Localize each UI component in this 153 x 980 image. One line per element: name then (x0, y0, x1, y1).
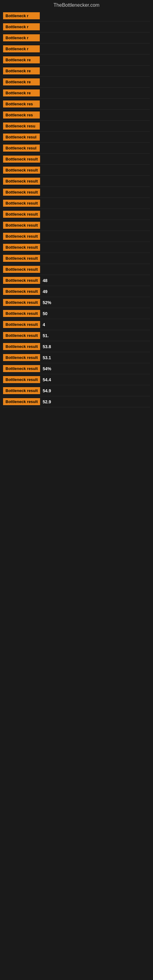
table-row: Bottleneck result (3, 220, 150, 231)
bottleneck-label: Bottleneck result (3, 211, 40, 218)
table-row: Bottleneck resu (3, 121, 150, 132)
table-row: Bottleneck result52.9 (3, 396, 150, 407)
bottleneck-label: Bottleneck re (3, 89, 40, 97)
bottleneck-value: 51. (43, 333, 48, 338)
bottleneck-label: Bottleneck result (3, 189, 40, 196)
table-row: Bottleneck result53.1 (3, 352, 150, 363)
table-row: Bottleneck result (3, 165, 150, 176)
table-row: Bottleneck result54% (3, 363, 150, 374)
table-row: Bottleneck re (3, 88, 150, 99)
bottleneck-value: 54.9 (43, 388, 51, 393)
bottleneck-label: Bottleneck res (3, 100, 40, 108)
table-row: Bottleneck result (3, 176, 150, 187)
bottleneck-label: Bottleneck result (3, 387, 40, 394)
table-row: Bottleneck result (3, 187, 150, 198)
bottleneck-label: Bottleneck resul (3, 145, 40, 151)
bottleneck-label: Bottleneck result (3, 343, 40, 350)
bottleneck-value: 53.1 (43, 355, 51, 360)
bottleneck-label: Bottleneck r (3, 23, 40, 30)
bottleneck-label: Bottleneck resul (3, 134, 40, 140)
table-row: Bottleneck result (3, 253, 150, 264)
bottleneck-label: Bottleneck result (3, 398, 40, 405)
bottleneck-value: 48 (43, 278, 48, 283)
bottleneck-label: Bottleneck result (3, 178, 40, 185)
table-row: Bottleneck res (3, 99, 150, 110)
bottleneck-label: Bottleneck result (3, 288, 40, 295)
bottleneck-label: Bottleneck result (3, 365, 40, 372)
bottleneck-label: Bottleneck re (3, 67, 40, 75)
table-row: Bottleneck result53.8 (3, 341, 150, 352)
table-row: Bottleneck result (3, 264, 150, 275)
table-row: Bottleneck result (3, 242, 150, 253)
bottleneck-label: Bottleneck re (3, 56, 40, 64)
table-row: Bottleneck result48 (3, 275, 150, 286)
bottleneck-label: Bottleneck result (3, 277, 40, 284)
bottleneck-value: 52% (43, 300, 51, 305)
table-row: Bottleneck re (3, 54, 150, 65)
bottleneck-label: Bottleneck r (3, 12, 40, 19)
table-row: Bottleneck result54.9 (3, 385, 150, 396)
bottleneck-value: 4 (43, 322, 45, 327)
table-row: Bottleneck result50 (3, 308, 150, 319)
bottleneck-label: Bottleneck re (3, 78, 40, 86)
bottleneck-value: 53.8 (43, 344, 51, 349)
bottleneck-label: Bottleneck result (3, 156, 40, 162)
table-row: Bottleneck result51. (3, 330, 150, 341)
bottleneck-label: Bottleneck result (3, 222, 40, 229)
table-row: Bottleneck result (3, 154, 150, 165)
bottleneck-label: Bottleneck r (3, 34, 40, 41)
table-row: Bottleneck r (3, 43, 150, 54)
table-row: Bottleneck result (3, 209, 150, 220)
table-row: Bottleneck r (3, 21, 150, 32)
bottleneck-label: Bottleneck result (3, 299, 40, 306)
bottleneck-value: 54% (43, 366, 51, 371)
table-row: Bottleneck resul (3, 132, 150, 143)
table-row: Bottleneck result4 (3, 319, 150, 330)
bottleneck-label: Bottleneck result (3, 266, 40, 273)
bottleneck-label: Bottleneck result (3, 200, 40, 207)
table-row: Bottleneck r (3, 10, 150, 21)
table-row: Bottleneck result52% (3, 297, 150, 308)
table-row: Bottleneck re (3, 76, 150, 88)
table-row: Bottleneck result (3, 198, 150, 209)
table-row: Bottleneck res (3, 110, 150, 121)
bottleneck-label: Bottleneck result (3, 310, 40, 317)
bottleneck-label: Bottleneck r (3, 45, 40, 52)
bottleneck-label: Bottleneck result (3, 354, 40, 361)
table-row: Bottleneck r (3, 32, 150, 43)
bottleneck-label: Bottleneck res (3, 111, 40, 119)
bottleneck-label: Bottleneck result (3, 376, 40, 383)
site-title: TheBottlenecker.com (0, 0, 153, 10)
bottleneck-label: Bottleneck result (3, 244, 40, 251)
table-row: Bottleneck result49 (3, 286, 150, 297)
bottleneck-label: Bottleneck result (3, 233, 40, 240)
bottleneck-label: Bottleneck resu (3, 123, 40, 130)
bottleneck-label: Bottleneck result (3, 255, 40, 262)
bottleneck-label: Bottleneck result (3, 332, 40, 339)
bottleneck-value: 52.9 (43, 399, 51, 404)
bottleneck-label: Bottleneck result (3, 167, 40, 173)
table-row: Bottleneck re (3, 65, 150, 76)
bottleneck-value: 50 (43, 311, 48, 316)
bottleneck-value: 49 (43, 289, 48, 294)
table-row: Bottleneck resul (3, 143, 150, 154)
table-row: Bottleneck result (3, 231, 150, 242)
bottleneck-value: 54.4 (43, 377, 51, 382)
table-row: Bottleneck result54.4 (3, 374, 150, 385)
bottleneck-label: Bottleneck result (3, 321, 40, 328)
